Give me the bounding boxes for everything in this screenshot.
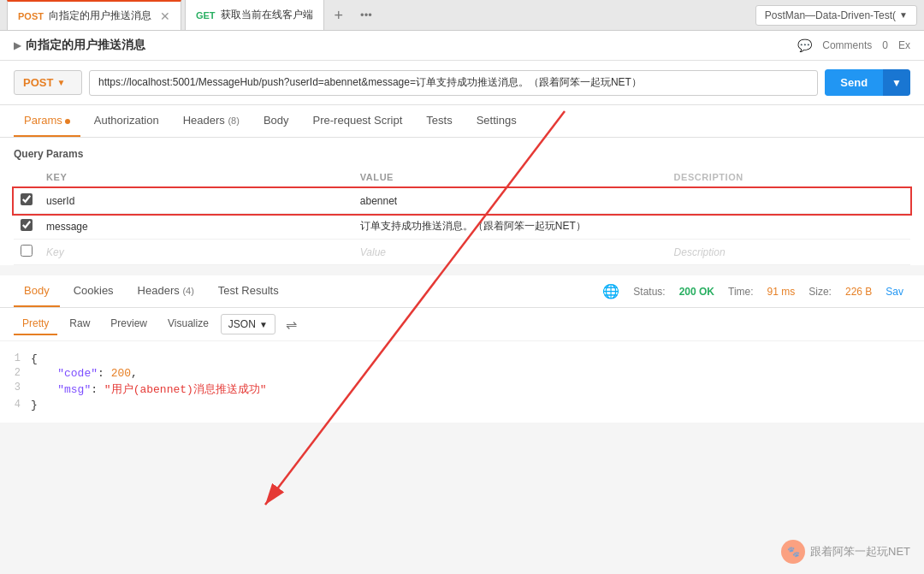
row3-key-cell[interactable]: Key	[39, 240, 353, 265]
row3-desc-cell[interactable]: Description	[667, 240, 910, 265]
title-text: 向指定的用户推送消息	[26, 38, 145, 53]
request-tabs: Params Authorization Headers (8) Body Pr…	[0, 105, 924, 138]
tab-add-button[interactable]: +	[324, 0, 354, 31]
resp-tab-cookies-label: Cookies	[74, 284, 114, 297]
tab-tests[interactable]: Tests	[416, 105, 462, 137]
resp-headers-badge: (4)	[182, 286, 193, 296]
params-dot	[65, 119, 70, 124]
send-dropdown-button[interactable]: ▼	[883, 69, 910, 96]
response-section: Body Cookies Headers (4) Test Results 🌐 …	[0, 272, 924, 423]
workspace-name: PostMan—Data-Driven-Test(	[765, 9, 896, 21]
size-value: 226 B	[845, 286, 872, 298]
tab-bar: POST 向指定的用户推送消息 ✕ GET 获取当前在线客户端 + ••• Po…	[0, 0, 924, 31]
code-content-1: {	[31, 352, 924, 365]
tab-body-label: Body	[264, 114, 289, 127]
tab-close-icon[interactable]: ✕	[160, 9, 170, 23]
line-num-2: 2	[0, 367, 31, 379]
status-value: 200 OK	[679, 286, 714, 298]
workspace-title: PostMan—Data-Driven-Test( ▼	[755, 5, 917, 26]
tab-headers-label: Headers	[183, 114, 225, 127]
row1-value-cell[interactable]: abennet	[353, 188, 667, 214]
row2-value-cell[interactable]: 订单支持成功推送消息。（跟着阿笨一起玩NET）	[353, 214, 667, 240]
fmt-raw-label: Raw	[69, 317, 90, 329]
code-content-4: }	[31, 399, 924, 411]
tab-headers[interactable]: Headers (8)	[173, 105, 250, 137]
fmt-tab-raw[interactable]: Raw	[61, 313, 98, 335]
comments-count: 0	[882, 39, 888, 51]
code-line-3: 3 "msg": "用户(abennet)消息推送成功"	[0, 381, 924, 398]
tab-more-button[interactable]: •••	[353, 9, 379, 21]
row2-desc-cell[interactable]	[667, 214, 910, 240]
method-select[interactable]: POST ▼	[14, 70, 82, 95]
row2-key-cell[interactable]: message	[39, 214, 353, 240]
code-key-3: "msg"	[57, 383, 91, 396]
fmt-pretty-label: Pretty	[22, 317, 49, 329]
row3-checkbox-cell	[14, 240, 39, 265]
row3-value-placeholder: Value	[360, 246, 386, 258]
row2-key: message	[46, 221, 88, 233]
save-label[interactable]: Sav	[886, 286, 903, 298]
tab-params-label: Params	[24, 114, 62, 127]
resp-tab-headers[interactable]: Headers (4)	[127, 275, 204, 307]
col-key: KEY	[39, 167, 353, 188]
row1-value: abennet	[360, 195, 397, 207]
tab-get-method-badge: GET	[196, 10, 216, 21]
tab-get-label: 获取当前在线客户端	[221, 8, 313, 22]
fmt-tab-preview[interactable]: Preview	[102, 313, 156, 335]
row1-key-cell[interactable]: userId	[39, 188, 353, 214]
row1-checkbox[interactable]	[21, 193, 33, 205]
row3-value-cell[interactable]: Value	[353, 240, 667, 265]
tab-pre-request-label: Pre-request Script	[313, 114, 403, 127]
resp-tab-cookies[interactable]: Cookies	[63, 275, 124, 307]
workspace-chevron[interactable]: ▼	[899, 10, 908, 20]
response-status-bar: 🌐 Status: 200 OK Time: 91 ms Size: 226 B…	[602, 283, 910, 299]
format-select[interactable]: JSON ▼	[221, 314, 275, 334]
table-row: Key Value Description	[14, 240, 910, 265]
fmt-tab-visualize[interactable]: Visualize	[159, 313, 217, 335]
resp-tab-body[interactable]: Body	[14, 275, 60, 307]
line-num-1: 1	[0, 352, 31, 364]
tab-settings[interactable]: Settings	[466, 105, 527, 137]
code-val-2: 200	[111, 367, 131, 380]
resp-tab-body-label: Body	[24, 284, 50, 297]
line-num-3: 3	[0, 382, 31, 394]
tab-params[interactable]: Params	[14, 105, 80, 137]
code-line-1: 1 {	[0, 352, 924, 366]
row2-checkbox[interactable]	[21, 219, 33, 231]
row3-checkbox[interactable]	[21, 245, 33, 257]
watermark-text: 跟着阿笨一起玩NET	[810, 544, 910, 559]
time-value: 91 ms	[767, 286, 796, 298]
resp-tab-test-results-label: Test Results	[218, 284, 279, 297]
response-format-bar: Pretty Raw Preview Visualize JSON ▼ ⇌	[0, 308, 924, 341]
time-label: Time:	[728, 286, 754, 298]
title-arrow: ▶	[14, 40, 21, 51]
row2-value: 订单支持成功推送消息。（跟着阿笨一起玩NET）	[360, 220, 586, 232]
url-bar: POST ▼ Send ▼	[0, 61, 924, 105]
wrap-icon[interactable]: ⇌	[286, 317, 297, 333]
code-content-3: "msg": "用户(abennet)消息推送成功"	[31, 382, 924, 397]
request-title-bar: ▶ 向指定的用户推送消息 💬 Comments 0 Ex	[0, 31, 924, 61]
send-button[interactable]: Send	[825, 69, 883, 96]
tab-pre-request[interactable]: Pre-request Script	[303, 105, 413, 137]
comments-label[interactable]: Comments	[822, 39, 872, 51]
tab-get[interactable]: GET 获取当前在线客户端	[185, 0, 324, 30]
tab-post[interactable]: POST 向指定的用户推送消息 ✕	[7, 0, 181, 30]
code-content-2: "code": 200,	[31, 367, 924, 380]
watermark-icon-text: 🐾	[787, 546, 800, 558]
expand-label[interactable]: Ex	[898, 39, 910, 51]
tab-authorization-label: Authorization	[94, 114, 159, 127]
tab-body[interactable]: Body	[253, 105, 299, 137]
tab-authorization[interactable]: Authorization	[84, 105, 169, 137]
fmt-tab-pretty[interactable]: Pretty	[14, 313, 57, 335]
request-actions: 💬 Comments 0 Ex	[797, 38, 910, 52]
line-num-4: 4	[0, 399, 31, 411]
col-value: VALUE	[353, 167, 667, 188]
table-row: userId abennet	[14, 188, 910, 214]
resp-tab-test-results[interactable]: Test Results	[208, 275, 289, 307]
row1-desc-cell[interactable]	[667, 188, 910, 214]
params-section: Query Params KEY VALUE DESCRIPTION user	[0, 138, 924, 265]
url-input[interactable]	[89, 70, 818, 96]
status-label: Status:	[633, 286, 665, 298]
watermark-icon: 🐾	[781, 540, 805, 564]
row3-desc-placeholder: Description	[674, 246, 726, 258]
